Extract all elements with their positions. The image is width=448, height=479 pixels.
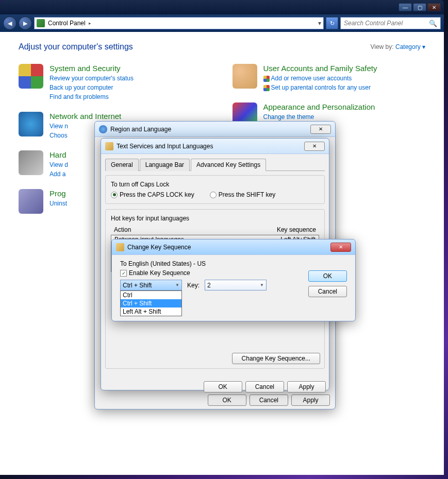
tab-advanced-key[interactable]: Advanced Key Settings: [191, 159, 266, 171]
viewby-dropdown[interactable]: Category ▾: [395, 43, 425, 50]
ok-button[interactable]: OK: [208, 395, 246, 406]
dropdown-option[interactable]: Ctrl: [121, 291, 181, 299]
close-button[interactable]: ✕: [310, 125, 331, 134]
shield-small-icon: [263, 76, 270, 82]
close-button[interactable]: ✕: [304, 142, 325, 151]
shield-icon: [19, 64, 43, 89]
category-link[interactable]: Back up your computer: [49, 83, 134, 92]
nav-bar: ◀ ▶ Control Panel ▸ ▾ ↻ 🔍: [0, 14, 444, 32]
apply-button[interactable]: Apply: [287, 381, 326, 392]
tab-language-bar[interactable]: Language Bar: [140, 159, 190, 171]
category-heading[interactable]: System and Security: [49, 64, 134, 73]
tab-general[interactable]: General: [105, 159, 139, 171]
group-label: To turn off Caps Lock: [111, 181, 319, 188]
dropdown-list: Ctrl Ctrl + Shift Left Alt + Shift: [120, 290, 182, 316]
category-link[interactable]: Uninst: [49, 199, 67, 208]
cancel-button[interactable]: Cancel: [245, 381, 284, 392]
printer-icon: [19, 150, 43, 175]
target-language-label: To English (United States) - US: [120, 260, 298, 267]
maximize-button[interactable]: ▢: [413, 3, 426, 11]
address-bar[interactable]: Control Panel ▸ ▾: [34, 17, 324, 29]
category-heading[interactable]: Hard: [49, 150, 68, 159]
dialog-title: Text Services and Input Languages: [117, 143, 301, 150]
search-input[interactable]: [344, 20, 429, 27]
cancel-button[interactable]: Cancel: [250, 395, 288, 406]
col-action: Action: [114, 226, 259, 233]
group-label: Hot keys for input languages: [111, 215, 319, 222]
globe-icon: [19, 112, 43, 136]
keyboard-icon: [116, 243, 124, 251]
category-link[interactable]: Change the theme: [263, 112, 375, 122]
radio-capslock[interactable]: Press the CAPS LOCK key: [111, 191, 194, 198]
dialog-title: Region and Language: [110, 126, 307, 133]
apply-button[interactable]: Apply: [291, 395, 330, 406]
dropdown-option[interactable]: Left Alt + Shift: [121, 307, 181, 316]
page-title: Adjust your computer's settings: [19, 42, 133, 52]
refresh-button[interactable]: ↻: [326, 17, 338, 29]
category-link[interactable]: View d: [49, 160, 68, 169]
change-key-sequence-dialog: Change Key Sequence ✕ To English (United…: [111, 239, 356, 321]
category-link[interactable]: Find and fix problems: [49, 92, 134, 101]
category-heading[interactable]: Prog: [49, 189, 67, 198]
category-link[interactable]: Review your computer's status: [49, 74, 134, 83]
titlebar: — ▢ ✕: [0, 0, 444, 14]
keyboard-icon: [105, 142, 113, 150]
address-dropdown-icon[interactable]: ▾: [318, 20, 321, 27]
checkbox-icon: ✓: [120, 270, 127, 277]
key-dropdown[interactable]: 2 ▼: [205, 280, 267, 290]
back-button[interactable]: ◀: [3, 16, 16, 30]
dialog-titlebar[interactable]: Region and Language ✕: [95, 122, 335, 137]
viewby-label: View by:: [370, 43, 393, 50]
capslock-group: To turn off Caps Lock Press the CAPS LOC…: [105, 175, 325, 204]
chevron-down-icon: ▼: [260, 283, 264, 287]
category-system-security: System and Security Review your computer…: [19, 64, 212, 101]
users-icon: [233, 64, 257, 89]
radio-shift[interactable]: Press the SHIFT key: [210, 191, 275, 198]
category-heading[interactable]: Appearance and Personalization: [263, 102, 375, 111]
forward-button[interactable]: ▶: [19, 16, 32, 30]
disc-icon: [19, 189, 43, 214]
enable-checkbox-row[interactable]: ✓ Enable Key Sequence: [120, 269, 298, 277]
minimize-button[interactable]: —: [399, 3, 412, 11]
close-button[interactable]: ✕: [330, 243, 351, 252]
radio-icon: [111, 192, 118, 198]
tab-strip: General Language Bar Advanced Key Settin…: [105, 158, 325, 171]
col-key: Key sequence: [259, 226, 316, 233]
category-users: User Accounts and Family Safety Add or r…: [233, 64, 426, 92]
search-icon[interactable]: 🔍: [429, 20, 437, 27]
category-heading[interactable]: Network and Internet: [49, 112, 121, 121]
category-link[interactable]: Set up parental controls for any user: [263, 83, 377, 92]
breadcrumb-root[interactable]: Control Panel: [48, 20, 86, 27]
ok-button[interactable]: OK: [204, 381, 242, 392]
dialog-titlebar[interactable]: Change Key Sequence ✕: [112, 239, 355, 255]
breadcrumb-arrow-icon: ▸: [89, 21, 91, 26]
change-key-sequence-button[interactable]: Change Key Sequence...: [232, 353, 320, 364]
key-label: Key:: [187, 282, 200, 289]
category-link[interactable]: Add or remove user accounts: [263, 74, 377, 83]
modifier-dropdown[interactable]: Ctrl + Shift ▼ Ctrl Ctrl + Shift Left Al…: [120, 280, 182, 290]
control-panel-icon: [37, 19, 45, 27]
dropdown-option[interactable]: Ctrl + Shift: [121, 299, 181, 307]
category-link[interactable]: Add a: [49, 169, 68, 179]
cancel-button[interactable]: Cancel: [308, 286, 347, 297]
ok-button[interactable]: OK: [308, 270, 347, 282]
dialog-titlebar[interactable]: Text Services and Input Languages ✕: [101, 139, 329, 154]
globe-icon: [99, 125, 107, 133]
search-box[interactable]: 🔍: [340, 17, 441, 29]
chevron-down-icon: ▼: [175, 283, 179, 287]
dialog-title: Change Key Sequence: [127, 244, 327, 251]
shield-small-icon: [263, 85, 270, 91]
radio-icon: [210, 192, 217, 198]
category-heading[interactable]: User Accounts and Family Safety: [263, 64, 377, 73]
close-button[interactable]: ✕: [427, 3, 441, 11]
